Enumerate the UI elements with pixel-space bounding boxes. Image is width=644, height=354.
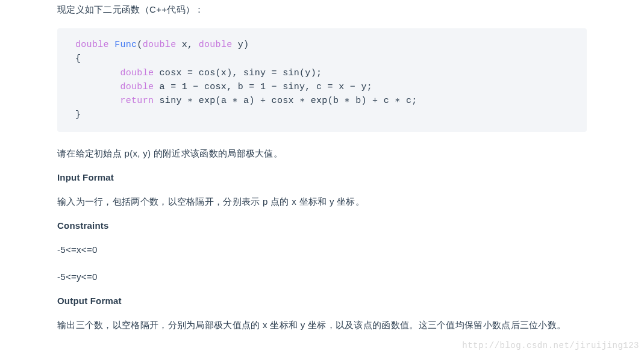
code-keyword: double <box>120 68 154 78</box>
output-format-heading: Output Format <box>57 296 587 306</box>
input-description: 输入为一行，包括两个数，以空格隔开，分别表示 p 点的 x 坐标和 y 坐标。 <box>57 193 587 210</box>
code-text: a = 1 − cosx, b = 1 − siny, c = x − y; <box>154 82 372 92</box>
output-description: 输出三个数，以空格隔开，分别为局部极大值点的 x 坐标和 y 坐标，以及该点的函… <box>57 317 587 333</box>
code-text: cosx = cos(x), siny = sin(y); <box>154 68 322 78</box>
code-text: { <box>75 54 81 64</box>
code-keyword: double <box>143 40 177 50</box>
code-block: double Func(double x, double y) { double… <box>57 28 587 132</box>
code-pad <box>75 96 120 106</box>
code-keyword: double <box>75 40 109 50</box>
intro-paragraph: 现定义如下二元函数（C++代码）： <box>57 1 587 17</box>
code-pad <box>75 68 120 78</box>
code-text: siny ∗ exp(a ∗ a) + cosx ∗ exp(b ∗ b) + … <box>154 96 417 106</box>
document-content: 现定义如下二元函数（C++代码）： double Func(double x, … <box>0 0 644 333</box>
code-keyword: double <box>120 82 154 92</box>
task-paragraph: 请在给定初始点 p(x, y) 的附近求该函数的局部极大值。 <box>57 145 587 161</box>
code-text: y) <box>233 40 249 50</box>
constraint-y: -5<=y<=0 <box>57 269 587 285</box>
constraints-heading: Constraints <box>57 220 587 231</box>
watermark-text: http://blog.csdn.net/jiruijing123 <box>462 341 639 350</box>
input-format-heading: Input Format <box>57 172 587 182</box>
code-pad <box>75 82 120 92</box>
constraint-x: -5<=x<=0 <box>57 241 587 258</box>
code-keyword: return <box>120 96 154 106</box>
code-function-name: Func <box>114 40 137 50</box>
code-text: x, <box>176 40 198 50</box>
code-keyword: double <box>199 40 233 50</box>
code-text: ( <box>137 40 142 50</box>
code-text: } <box>75 110 81 120</box>
